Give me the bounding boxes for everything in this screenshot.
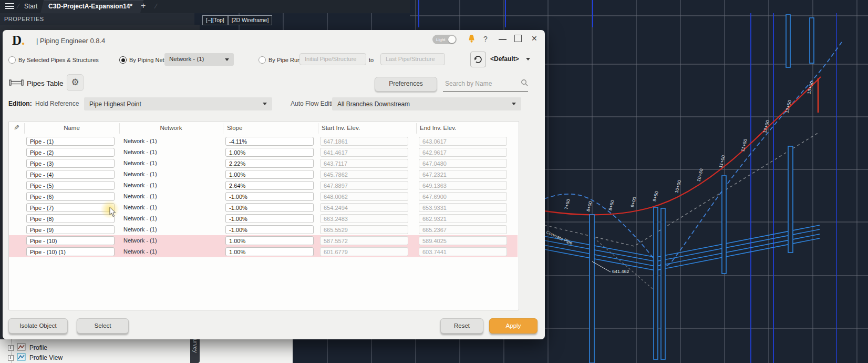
table-row: Network - (1) [9,235,518,246]
viewport-visual-style[interactable]: [2D Wireframe] [228,15,273,25]
tab-start[interactable]: Start [24,3,37,10]
design-profile-red-line [544,77,821,215]
table-row: Network - (1) [9,147,518,158]
tree-expand-icon[interactable] [8,355,14,361]
slope-input[interactable] [225,159,314,168]
slope-input[interactable] [225,170,314,179]
table-row: Network - (1) [9,246,518,257]
slope-input[interactable] [225,214,314,223]
table-rows: Network - (1) Network - (1) Network - (1… [9,136,519,257]
profile-icon [17,343,26,353]
slope-input[interactable] [225,148,314,157]
network-cell: Network - (1) [123,248,157,255]
viewport-controls[interactable]: [−][Top] [2D Wireframe] [202,15,272,25]
tree-item-label[interactable]: Profile [29,344,47,351]
help-icon[interactable]: ? [483,35,488,43]
slope-input[interactable] [225,236,314,245]
pipes-table-title: Pipes Table [27,79,64,87]
slope-input[interactable] [225,225,314,234]
existing-ground-dashed-line [544,42,842,266]
tree-item-profile[interactable]: Profile [0,343,158,352]
app-logo: D. [12,33,25,48]
hamburger-menu-icon[interactable] [5,3,14,10]
initial-pipe-structure-field[interactable]: Initial Pipe/Structure [299,53,366,65]
tree-item-label[interactable]: Profile View [29,354,63,361]
viewport-minus[interactable]: [−] [206,17,212,23]
network-cell: Network - (1) [123,237,157,244]
column-header-network[interactable]: Network [119,125,223,131]
tab-close-icon[interactable]: ✕ [126,3,131,9]
radio-by-network[interactable] [119,56,127,64]
column-header-name[interactable]: Name [24,125,119,131]
end-inv-elev-field [419,181,507,190]
end-inv-elev-field [419,159,507,168]
reset-button[interactable]: Reset [440,318,483,334]
pipe-name-input[interactable] [26,148,115,157]
pipe-name-input[interactable] [26,192,115,201]
viewport-minimize-top-controls[interactable]: [−][Top] [202,15,228,25]
slope-input[interactable] [225,181,314,190]
column-header-start-inv[interactable]: Start Inv. Elev. [322,125,360,131]
piping-engineer-dialog: D. | Piping Engineer 0.8.4 Light ? ✕ By … [3,30,545,339]
pipe-name-input[interactable] [26,181,115,190]
pipe-name-input[interactable] [26,247,115,256]
tree-item-profile-view[interactable]: Profile View [0,353,158,362]
network-cell: Network - (1) [123,138,157,144]
column-header-slope[interactable]: Slope [227,125,242,131]
radio-by-selected[interactable] [8,56,16,64]
search-field[interactable] [443,77,528,92]
gear-icon[interactable]: ⚙ [67,74,84,91]
select-button[interactable]: Select [77,318,129,334]
theme-toggle-label: Light [436,37,445,42]
tab-active-drawing[interactable]: C3D-ProjectA-Expansion14* [48,3,132,10]
pipe-name-input[interactable] [26,170,115,179]
isolate-object-button[interactable]: Isolate Object [8,318,68,334]
slope-input[interactable] [225,137,314,146]
network-dropdown[interactable]: Network - (1) [164,53,234,66]
elevation-leader-line [592,261,611,272]
start-inv-elev-field [320,148,408,157]
network-cell: Network - (1) [123,160,157,166]
radio-by-pipe-run-label[interactable]: By Pipe Run: [268,57,302,63]
pipe-name-input[interactable] [26,159,115,168]
pipe-name-input[interactable] [26,225,115,234]
theme-toggle[interactable]: Light [432,35,457,44]
tree-expand-icon[interactable] [8,345,14,351]
search-input[interactable] [444,79,514,88]
minimize-icon[interactable] [499,39,507,40]
radio-by-selected-label[interactable]: By Selected Pipes & Structures [18,57,99,63]
edit-pencil-icon: ✎ [14,124,19,132]
maximize-icon[interactable] [514,35,522,42]
radio-by-pipe-run[interactable] [259,56,266,64]
slope-input[interactable] [225,192,314,201]
network-cell: Network - (1) [123,226,157,233]
close-icon[interactable]: ✕ [531,34,538,43]
slope-input[interactable] [225,247,314,256]
toggle-knob[interactable] [448,36,456,43]
end-inv-elev-field [419,214,507,223]
end-inv-elev-field [419,192,507,201]
apply-button[interactable]: Apply [489,318,538,334]
table-row: Network - (1) [9,191,518,202]
refresh-button[interactable] [470,52,486,67]
column-header-end-inv[interactable]: End Inv. Elev. [420,125,456,131]
pipe-name-input[interactable] [26,236,115,245]
table-row: Network - (1) [9,158,518,169]
new-tab-plus-icon[interactable]: + [141,1,146,11]
last-pipe-structure-field[interactable]: Last Pipe/Structure [380,53,445,65]
auto-flow-dropdown[interactable]: All Branches Downstream [332,97,521,110]
end-inv-elev-field [419,137,507,146]
viewport-view-label[interactable]: [Top] [212,17,224,23]
properties-panel-header[interactable]: PROPERTIES [0,13,194,25]
pipe-name-input[interactable] [26,137,115,146]
start-inv-elev-field [320,214,408,223]
pipe-structures [590,15,814,363]
preset-default-dropdown[interactable]: <Default> [490,55,519,63]
notification-bell-icon[interactable] [467,34,476,45]
pipe-name-input[interactable] [26,214,115,223]
start-inv-elev-field [320,236,408,245]
start-inv-elev-field [320,137,408,146]
hold-reference-dropdown[interactable]: Pipe Highest Point [84,97,272,110]
slope-input[interactable] [225,203,314,212]
preferences-button[interactable]: Preferences [375,77,437,92]
